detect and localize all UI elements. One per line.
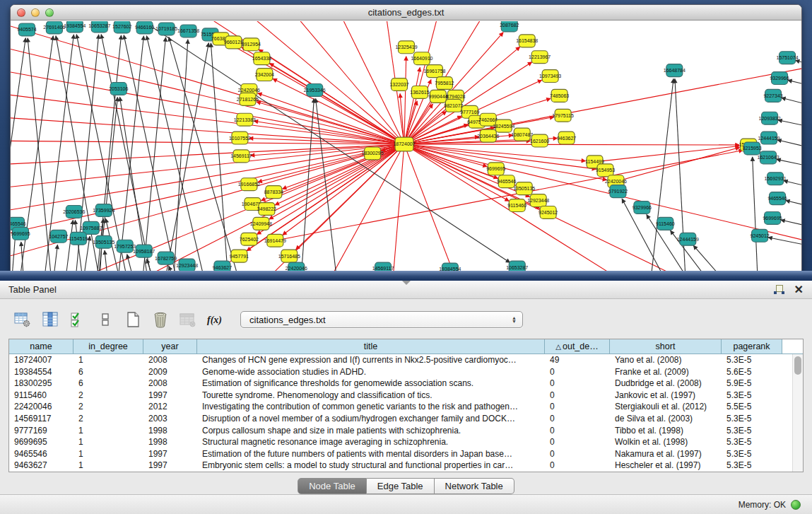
column-header-out-de-[interactable]: △out_de… xyxy=(545,339,610,354)
table-row[interactable]: 1456911722003Disruption of a novel membe… xyxy=(9,413,792,425)
graph-node[interactable]: 16640910 xyxy=(411,52,433,65)
float-panel-icon[interactable] xyxy=(774,285,784,295)
graph-node[interactable]: 22420046 xyxy=(286,262,307,271)
column-header-short[interactable]: short xyxy=(610,339,722,354)
graph-edge[interactable] xyxy=(404,144,487,166)
delete-table-icon[interactable] xyxy=(177,309,199,330)
graph-edge[interactable] xyxy=(784,180,801,191)
graph-node[interactable]: 9699695 xyxy=(11,227,30,240)
graph-node[interactable]: 12409948 xyxy=(250,217,272,230)
graph-node[interactable]: 9329966 xyxy=(770,72,789,85)
graph-edge[interactable] xyxy=(11,144,404,165)
graph-edge[interactable] xyxy=(141,37,166,271)
graph-node[interactable]: 12923448 xyxy=(176,259,198,271)
graph-edge[interactable] xyxy=(11,144,404,214)
graph-node[interactable]: 16210643 xyxy=(758,151,779,164)
graph-node[interactable]: 9463627 xyxy=(557,132,576,144)
column-header-name[interactable]: name xyxy=(9,339,73,354)
graph-node[interactable]: 19384554 xyxy=(439,263,461,271)
graph-node[interactable]: 10973493 xyxy=(539,70,561,83)
graph-node[interactable]: 7625402 xyxy=(240,233,259,245)
table-scrollbar-thumb[interactable] xyxy=(794,356,801,375)
graph-edge[interactable] xyxy=(275,144,404,205)
graph-edge[interactable] xyxy=(11,141,404,144)
graph-node[interactable]: 13505135 xyxy=(93,235,114,248)
table-row[interactable]: 1938455462009Genome-wide association stu… xyxy=(9,366,792,378)
function-builder-icon[interactable]: f(x) xyxy=(204,309,227,330)
graph-node[interactable]: 1154519 xyxy=(69,232,88,245)
graph-node[interactable]: 12444159 xyxy=(677,233,699,245)
graph-node[interactable]: 18300295 xyxy=(362,147,384,160)
graph-node[interactable]: 9660128 xyxy=(224,36,243,49)
graph-node[interactable]: 12923448 xyxy=(527,194,549,207)
graph-node[interactable]: 7485063 xyxy=(550,89,569,102)
graph-edge[interactable] xyxy=(786,200,801,211)
graph-edge[interactable] xyxy=(777,159,801,170)
create-column-icon[interactable] xyxy=(122,309,144,330)
graph-node[interactable]: 15751074 xyxy=(776,52,798,64)
zoom-window-icon[interactable] xyxy=(45,8,54,17)
graph-node[interactable]: 18245594 xyxy=(493,119,514,132)
graph-node[interactable]: 12325419 xyxy=(395,41,417,54)
column-header-year[interactable]: year xyxy=(143,339,197,354)
graph-edge[interactable] xyxy=(595,146,740,161)
graph-node[interactable]: 2053106 xyxy=(109,83,128,95)
graph-edge[interactable] xyxy=(236,21,404,144)
graph-node[interactable]: 9457791 xyxy=(230,250,249,262)
graph-node[interactable]: 9115460 xyxy=(507,199,526,212)
graph-node[interactable]: 9466160 xyxy=(135,21,154,34)
graph-node[interactable]: 14569117 xyxy=(230,150,252,163)
graph-node[interactable]: 17975115 xyxy=(552,109,574,122)
close-window-icon[interactable] xyxy=(17,8,25,17)
graph-node[interactable]: 10719185 xyxy=(155,23,177,35)
graph-node[interactable]: 1322037 xyxy=(389,78,408,91)
table-select-dropdown[interactable]: citations_edges.txt▲▼ xyxy=(240,311,523,328)
graph-node[interactable]: 9465546 xyxy=(767,192,787,205)
graph-node[interactable]: 9463627 xyxy=(213,261,232,271)
graph-edge[interactable] xyxy=(782,98,801,110)
graph-node[interactable]: 2342004 xyxy=(255,69,274,81)
graph-edge[interactable] xyxy=(146,36,208,271)
graph-edge[interactable] xyxy=(649,78,673,271)
graph-node[interactable]: 8912954 xyxy=(242,38,261,51)
graph-node[interactable]: 10653287 xyxy=(88,21,110,33)
graph-node[interactable]: 9990444 xyxy=(428,90,447,103)
graph-node[interactable]: 17359924 xyxy=(93,204,114,217)
graph-node[interactable]: 9227343 xyxy=(763,89,782,102)
graph-node[interactable]: 1654338 xyxy=(252,52,271,65)
graph-edge[interactable] xyxy=(778,120,801,131)
graph-node[interactable]: 1362615 xyxy=(410,86,429,98)
table-row[interactable]: 977716911998Corpus callosum shape and si… xyxy=(9,425,792,437)
table-row[interactable]: 946362711997Embryonic stem cells: a mode… xyxy=(9,460,792,472)
column-header-pagerank[interactable]: pagerank xyxy=(722,339,782,354)
graph-node[interactable]: 15692931 xyxy=(765,173,787,185)
graph-edge[interactable] xyxy=(404,57,406,144)
graph-edge[interactable] xyxy=(11,42,404,144)
graph-node[interactable]: 6791922 xyxy=(608,185,628,198)
graph-edge[interactable] xyxy=(11,144,404,239)
unselect-all-columns-icon[interactable] xyxy=(94,309,117,330)
graph-node[interactable]: 16671358 xyxy=(177,25,199,37)
graph-node[interactable]: 27181265 xyxy=(237,93,259,105)
graph-edge[interactable] xyxy=(781,220,801,230)
graph-edge[interactable] xyxy=(64,220,73,271)
graph-node[interactable]: 27691406 xyxy=(43,21,65,34)
show-column-icon[interactable] xyxy=(39,309,61,330)
graph-node[interactable]: 9245012 xyxy=(751,229,770,242)
graph-node[interactable]: 20364436 xyxy=(477,129,499,142)
graph-node[interactable]: 9154953 xyxy=(596,164,615,177)
panel-splitter-handle[interactable] xyxy=(402,281,411,285)
graph-edge[interactable] xyxy=(124,35,180,271)
graph-node[interactable]: 10107552 xyxy=(229,132,251,144)
graph-node[interactable]: 3498222 xyxy=(257,203,276,216)
graph-node[interactable]: 16154838 xyxy=(516,35,538,47)
graph-node[interactable]: 9699695 xyxy=(763,211,782,224)
tab-edge-table[interactable]: Edge Table xyxy=(367,478,435,494)
graph-edge[interactable] xyxy=(11,91,404,144)
graph-node[interactable]: 19166852 xyxy=(238,178,260,191)
column-header-in-degree[interactable]: in_degree xyxy=(73,339,143,354)
graph-edge[interactable] xyxy=(768,238,801,250)
graph-edge[interactable] xyxy=(404,144,607,180)
network-canvas[interactable]: 9405574276914061938455410653287152760294… xyxy=(11,21,801,271)
graph-node[interactable]: 12444159 xyxy=(758,132,780,144)
